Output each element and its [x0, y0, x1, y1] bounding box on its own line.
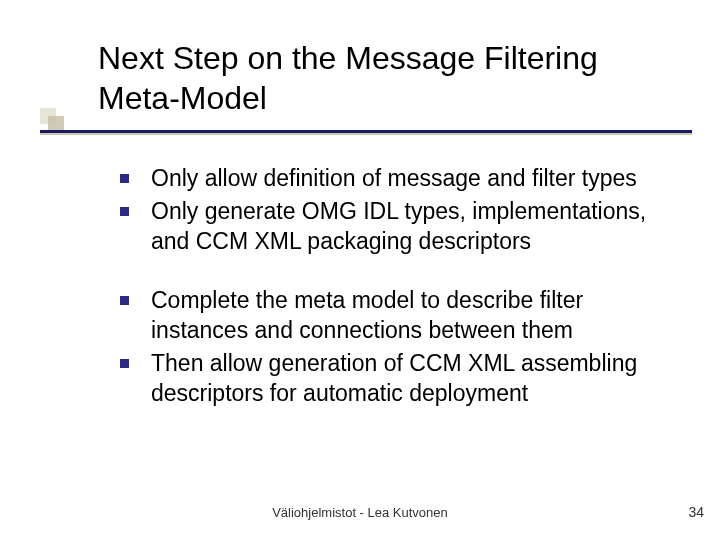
- title-block: Next Step on the Message Filtering Meta-…: [98, 38, 680, 118]
- slide-title: Next Step on the Message Filtering Meta-…: [98, 38, 680, 118]
- bullet-text: Only allow definition of message and fil…: [151, 164, 637, 193]
- bullet-square-icon: [120, 174, 129, 183]
- list-item: Complete the meta model to describe filt…: [120, 286, 680, 345]
- list-item: Only allow definition of message and fil…: [120, 164, 680, 193]
- bullet-text: Then allow generation of CCM XML assembl…: [151, 349, 680, 408]
- bullet-text: Only generate OMG IDL types, implementat…: [151, 197, 680, 256]
- bullet-text: Complete the meta model to describe filt…: [151, 286, 680, 345]
- list-item: Only generate OMG IDL types, implementat…: [120, 197, 680, 256]
- bullet-square-icon: [120, 207, 129, 216]
- bullet-content: Only allow definition of message and fil…: [120, 164, 680, 412]
- bullet-square-icon: [120, 359, 129, 368]
- bullet-square-icon: [120, 296, 129, 305]
- footer-text: Väliohjelmistot - Lea Kutvonen: [0, 505, 720, 520]
- list-item: Then allow generation of CCM XML assembl…: [120, 349, 680, 408]
- page-number: 34: [688, 504, 704, 520]
- title-rule-light: [40, 133, 692, 135]
